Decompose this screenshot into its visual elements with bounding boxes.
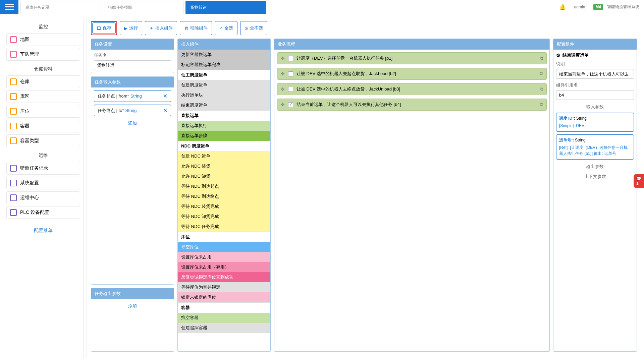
config-menu-link[interactable]: 配置菜单: [6, 221, 80, 234]
component-item[interactable]: 等待 NDC 卸货完成: [178, 212, 270, 222]
select-none-button[interactable]: ⊘全不选: [240, 21, 267, 35]
sidebar-item[interactable]: 猎鹰任务记录: [6, 162, 80, 175]
copy-icon[interactable]: ⧉: [540, 102, 543, 107]
save-button[interactable]: 🖫保存: [92, 22, 116, 34]
component-item[interactable]: 创建调度运单: [178, 80, 270, 90]
input-param-chip[interactable]: 任务起点 | from*String✕: [94, 90, 171, 102]
component-item[interactable]: 创建追踪容器: [178, 323, 270, 333]
input-param-chip[interactable]: 任务终点 | to*String✕: [94, 105, 171, 116]
component-item[interactable]: 锁定未锁定的库位: [178, 292, 270, 302]
config-component-name: 结束调度运单: [562, 52, 589, 58]
user-name[interactable]: admin: [574, 5, 585, 9]
hamburger-menu[interactable]: [0, 0, 18, 14]
param-name: 任务终点 | to: [98, 108, 122, 114]
move-icon[interactable]: ✥: [281, 86, 285, 92]
sidebar-item-icon: [10, 93, 17, 100]
sidebar-item-icon: [10, 36, 17, 43]
tab[interactable]: 货物转运: [185, 1, 266, 14]
component-item[interactable]: 找空容器: [178, 313, 270, 323]
component-group-header: 容器: [178, 302, 270, 313]
sidebar-item[interactable]: PLC 设备配置: [6, 206, 80, 219]
component-item[interactable]: 允许 NDC 装货: [178, 161, 270, 171]
check-icon: ✓: [219, 26, 223, 31]
remove-button[interactable]: 🗑移除组件: [180, 21, 212, 35]
component-item[interactable]: 反复尝试锁定库位直到成功: [178, 272, 270, 282]
app-badge: M4: [593, 4, 603, 10]
panel-header: 任务输入参数: [91, 77, 174, 87]
sidebar-item-label: 仓库: [20, 79, 30, 85]
component-item[interactable]: 等待 NDC 任务完成: [178, 222, 270, 232]
task-input-params-panel: 任务输入参数 任务起点 | from*String✕任务终点 | to*Stri…: [91, 76, 174, 285]
sidebar-item[interactable]: 仓库: [6, 75, 80, 88]
param-value: [Simple]=DEV: [559, 123, 631, 129]
checkbox[interactable]: [288, 71, 293, 76]
flow-step[interactable]: ✥让调度（DEV）选择任意一台机器人执行任务 [b1]⧉: [277, 52, 547, 64]
flow-step[interactable]: ✥让被 DEV 选中的机器人去终点放货，JackUnload [b3]⧉: [277, 83, 547, 95]
sidebar-item-label: 车队管理: [20, 51, 39, 57]
param-type: String: [575, 138, 585, 142]
ref-input[interactable]: [556, 90, 634, 100]
flow-step[interactable]: ✥让被 DEV 选中的机器人去起点取货，JackLoad [b2]⧉: [277, 68, 547, 80]
component-item[interactable]: 等待库位为空并锁定: [178, 282, 270, 292]
copy-icon[interactable]: ⧉: [540, 71, 543, 76]
checkbox[interactable]: ✓: [288, 102, 293, 107]
add-output-param[interactable]: 添加: [94, 302, 171, 310]
checkbox[interactable]: [288, 87, 293, 92]
sidebar-item[interactable]: 库位: [6, 105, 80, 118]
flow-step[interactable]: ✥✓结束当前运单，让这个机器人可以去执行其他任务 [b4]⧉: [277, 99, 547, 111]
component-item[interactable]: 允许 NDC 卸货: [178, 171, 270, 181]
sidebar-item-label: 容器类型: [20, 138, 39, 144]
desc-input[interactable]: [556, 69, 634, 79]
sidebar-item[interactable]: 库区: [6, 90, 80, 103]
component-item[interactable]: 结束调度运单: [178, 100, 270, 110]
component-item[interactable]: 执行运单块: [178, 90, 270, 100]
run-button[interactable]: ▶运行: [120, 21, 142, 35]
component-item[interactable]: 更新容器搬运单: [178, 50, 270, 60]
sidebar-item[interactable]: 容器: [6, 120, 80, 132]
component-item[interactable]: 设置库位未占用（弃用）: [178, 262, 270, 272]
component-item[interactable]: 直接运单执行: [178, 121, 270, 131]
sidebar-item[interactable]: 系统配置: [6, 177, 80, 189]
copy-icon[interactable]: ⧉: [540, 86, 543, 92]
sidebar-item-label: 系统配置: [20, 180, 39, 186]
sidebar-item[interactable]: 车队管理: [6, 48, 80, 61]
sidebar-item-label: 运维中心: [20, 195, 39, 201]
close-icon[interactable]: ✕: [163, 93, 167, 99]
config-param[interactable]: 调度 ID*: String[Simple]=DEV: [556, 113, 634, 132]
component-item[interactable]: 等待 NDC 装货完成: [178, 201, 270, 212]
component-item[interactable]: 设置库位未占用: [178, 252, 270, 262]
move-icon[interactable]: ✥: [281, 102, 285, 107]
sidebar-item[interactable]: 地图: [6, 33, 80, 46]
component-item[interactable]: 寻空库位: [178, 242, 270, 252]
copy-icon[interactable]: ⧉: [540, 56, 543, 61]
sidebar-item[interactable]: 运维中心: [6, 191, 80, 204]
config-param[interactable]: 运单号*: String[Ref]=[让调度（DEV）选择任意一台机器人执行任务…: [556, 134, 634, 160]
insert-button[interactable]: ＋插入组件: [145, 21, 177, 35]
checkbox[interactable]: [288, 56, 293, 61]
sidebar-item[interactable]: 容器类型: [6, 134, 80, 147]
sidebar-item-icon: [10, 209, 17, 216]
component-item[interactable]: 直接运单步骤: [178, 131, 270, 141]
sidebar-item-label: 猎鹰任务记录: [20, 165, 48, 171]
move-icon[interactable]: ✥: [281, 56, 285, 61]
tab[interactable]: 猎鹰任务记录: [20, 1, 101, 14]
notification-bubble[interactable]: 💬 1: [634, 174, 644, 188]
play-icon: ▶: [124, 26, 127, 31]
sidebar-item-icon: [10, 108, 17, 115]
add-input-param[interactable]: 添加: [94, 119, 171, 128]
task-name-input[interactable]: [94, 60, 171, 70]
output-params-title: 输出参数: [556, 164, 634, 170]
close-icon[interactable]: ✕: [163, 107, 167, 114]
sidebar-item-label: 容器: [20, 123, 30, 129]
component-item[interactable]: 标记容器搬运单完成: [178, 60, 270, 70]
sidebar-group-title: 运维: [6, 149, 80, 162]
sidebar-item-icon: [10, 51, 17, 58]
component-item[interactable]: 创建 NDC 运单: [178, 151, 270, 161]
bell-icon[interactable]: 🔔: [559, 4, 566, 10]
tab[interactable]: 猎鹰任务模版: [103, 1, 183, 14]
component-item[interactable]: 等待 NDC 到达起点: [178, 181, 270, 191]
select-all-button[interactable]: ✓全选: [215, 21, 237, 35]
move-icon[interactable]: ✥: [281, 71, 285, 76]
step-label: 让调度（DEV）选择任意一台机器人执行任务 [b1]: [297, 55, 392, 61]
component-item[interactable]: 等待 NDC 到达终点: [178, 191, 270, 201]
